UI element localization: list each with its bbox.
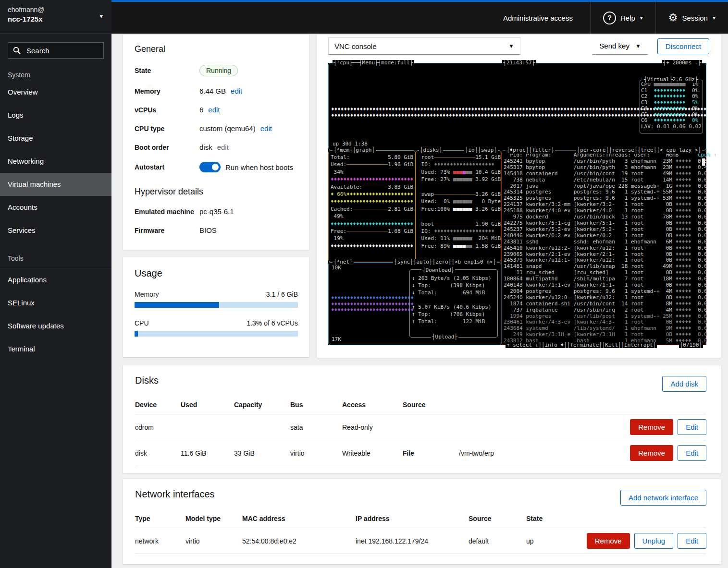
boot-order-value: disk [199, 143, 212, 151]
edit-interface-button[interactable]: Edit [678, 533, 706, 549]
edit-disk-button[interactable]: Edit [678, 445, 706, 461]
sidebar-item-terminal[interactable]: Terminal [0, 338, 111, 361]
disconnect-button[interactable]: Disconnect [657, 38, 709, 54]
sidebar-item-networking[interactable]: Networking [0, 150, 111, 173]
terminal-cpu-panel: ┤¹cpu├──┤Menu├┤mode:full├ ┤21:43:57├ ┤+ … [328, 63, 706, 150]
disk-source-label: File [403, 449, 459, 457]
networks-table-header: Type Model type MAC address IP address S… [135, 509, 706, 528]
state-label: State [135, 67, 199, 74]
terminal-proc-panel: ┤♦proc├┤filter├ ┤per-core├┤reverse├┤tree… [501, 150, 706, 345]
console-type-value: VNC console [334, 42, 377, 50]
search-box[interactable] [8, 42, 104, 59]
sidebar-item-accounts[interactable]: Accounts [0, 196, 111, 219]
sidebar-item-overview[interactable]: Overview [0, 81, 111, 104]
help-label: Help [620, 14, 635, 22]
network-interfaces-card: Network interfaces Add network interface… [123, 479, 721, 564]
usage-memory-value: 3.1 / 6 GiB [266, 290, 298, 298]
session-menu[interactable]: ⚙ Session ▾ [655, 2, 728, 34]
chevron-down-icon: ▼ [635, 43, 641, 49]
sidebar-item-services[interactable]: Services [0, 219, 111, 242]
boot-order-edit-link[interactable]: edit [217, 143, 229, 151]
disk-source-value: /vm-two/erp [459, 449, 615, 457]
chevron-down-icon: ▼ [508, 43, 514, 49]
user-menu[interactable]: ehofmann@ ncc-1725x ▾ [0, 0, 111, 34]
sidebar-item-storage[interactable]: Storage [0, 127, 111, 150]
help-menu[interactable]: ? Help ▾ [590, 2, 655, 34]
vnc-console-screen[interactable]: ┤¹cpu├──┤Menu├┤mode:full├ ┤21:43:57├ ┤+ … [328, 63, 706, 345]
sidebar-item-logs[interactable]: Logs [0, 104, 111, 127]
proc-scrollbar[interactable] [702, 158, 705, 166]
col-model-type: Model type [185, 515, 242, 522]
send-key-dropdown[interactable]: Send key ▼ [592, 37, 647, 55]
terminal-mem-panel: ┤²mem├┤graph├ Total: 5.80 GiBUsed:──────… [328, 150, 416, 262]
cpu-type-label: CPU type [135, 125, 199, 133]
iface-state: up [526, 537, 581, 545]
chevron-down-icon: ▾ [640, 14, 643, 21]
chevron-down-icon: ▾ [713, 14, 716, 21]
autostart-toggle[interactable] [199, 162, 221, 172]
disk-access: Writeable [342, 449, 403, 457]
cpu-interval: ┤+ 2000ms -├ [662, 60, 702, 66]
disks-card: Disks Add disk Device Used Capacity Bus … [123, 365, 721, 473]
cpu-core-box-title: ┤Virtual├2.6 GHz├ [643, 77, 699, 83]
vcpus-value: 6 [199, 106, 203, 114]
state-badge: Running [199, 65, 238, 76]
search-input[interactable] [25, 46, 99, 55]
col-type: Type [135, 515, 185, 522]
net-info-box: ┤Download├ ┤Upload├ ↓ 263 Byte/s (2.05 K… [409, 269, 498, 338]
col-mac-address: MAC address [242, 515, 356, 522]
memory-progress-fill [135, 302, 219, 308]
emulated-machine-value: pc-q35-6.1 [199, 207, 298, 216]
add-network-interface-button[interactable]: Add network interface [620, 490, 706, 506]
memory-edit-link[interactable]: edit [231, 87, 242, 95]
remove-interface-button[interactable]: Remove [587, 533, 630, 549]
unplug-interface-button[interactable]: Unplug [634, 533, 674, 549]
host-name: ncc-1725x [8, 15, 104, 23]
col-source: Source [403, 401, 459, 409]
administrative-access-button[interactable]: Administrative access [486, 2, 590, 34]
sidebar-item-software-updates[interactable]: Software updates [0, 314, 111, 338]
disks-title: Disks [135, 375, 706, 386]
upload-title: ┤Upload├ [431, 333, 458, 340]
download-title: ┤Download├ [421, 266, 455, 274]
cpu-type-edit-link[interactable]: edit [260, 124, 272, 133]
disks-panel-title-right: ┤io├┤swap├ [464, 147, 498, 154]
page: ehofmann@ ncc-1725x ▾ System Overview Lo… [0, 0, 728, 568]
cpu-type-value: custom (qemu64) [199, 124, 256, 133]
sidebar-item-applications[interactable]: Applications [0, 268, 111, 291]
memory-value: 6.44 GB [199, 87, 226, 95]
autostart-text: Run when host boots [225, 163, 293, 171]
remove-disk-button[interactable]: Remove [630, 445, 673, 461]
uptime-text: up 30d 1:38 [333, 141, 368, 147]
cpu-core-box: ┤Virtual├2.6 GHz├ CPU ■■■■■■■■■■ 1%C1 ♦♦… [640, 80, 703, 133]
vcpus-edit-link[interactable]: edit [208, 106, 220, 114]
edit-disk-button[interactable]: Edit [678, 419, 706, 435]
col-bus: Bus [290, 401, 342, 409]
disk-access: Read-only [342, 423, 403, 431]
terminal-clock: ┤21:43:57├ [502, 60, 536, 66]
disk-device: disk [135, 449, 181, 457]
disk-bus: sata [290, 423, 342, 431]
cpu-panel-title: ┤¹cpu├──┤Menu├┤mode:full├ [333, 60, 414, 66]
usage-card: Usage Memory 3.1 / 6 GiB CPU 1.3% of 6 v… [123, 257, 309, 357]
sidebar-item-selinux[interactable]: SELinux [0, 291, 111, 314]
disk-capacity: 33 GiB [234, 449, 290, 457]
col-access: Access [342, 401, 403, 409]
autostart-label: Autostart [135, 163, 199, 171]
memory-label: Memory [135, 87, 199, 95]
col-used: Used [181, 401, 234, 409]
send-key-label: Send key [599, 42, 629, 50]
disk-bus: virtio [290, 449, 342, 457]
iface-source: default [469, 537, 526, 545]
emulated-machine-label: Emulated machine [135, 208, 199, 216]
iface-mac: 52:54:00:8d:e0:e2 [242, 537, 356, 545]
mem-panel-title: ┤²mem├┤graph├ [333, 147, 376, 154]
general-title: General [135, 44, 298, 54]
console-type-select[interactable]: VNC console ▼ [328, 37, 520, 55]
usage-memory-label: Memory [135, 290, 159, 298]
remove-disk-button[interactable]: Remove [630, 419, 673, 435]
iface-type: network [135, 537, 185, 545]
memory-progress-track [135, 302, 298, 308]
add-disk-button[interactable]: Add disk [662, 376, 706, 392]
sidebar-item-virtual-machines[interactable]: Virtual machines [0, 173, 111, 196]
